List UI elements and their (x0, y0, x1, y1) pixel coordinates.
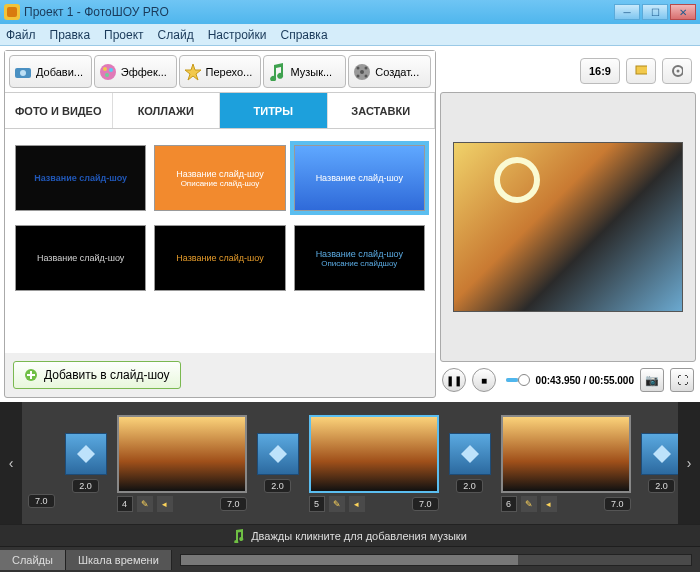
transition-tile[interactable]: 2.0 (641, 433, 678, 493)
transitions-label: Перехо... (206, 66, 253, 78)
slide-tile[interactable]: 6✎◂7.0 (501, 415, 631, 512)
slide-thumbnail (309, 415, 439, 493)
transition-tile[interactable]: 2.0 (65, 433, 107, 493)
safe-zone-button[interactable] (626, 58, 656, 84)
transition-tile[interactable]: 2.0 (449, 433, 491, 493)
add-to-slideshow-button[interactable]: Добавить в слайд-шоу (13, 361, 181, 389)
aspect-ratio-button[interactable]: 16:9 (580, 58, 620, 84)
svg-point-16 (677, 70, 680, 73)
timeline-tab-slides[interactable]: Слайды (0, 550, 66, 570)
svg-marker-18 (269, 445, 287, 463)
title-thumbnail[interactable]: Название слайд-шоуОписание слайдшоу (294, 225, 425, 291)
svg-marker-20 (653, 445, 671, 463)
menu-settings[interactable]: Настройки (208, 28, 267, 42)
slide-tile[interactable]: 5✎◂7.0 (309, 415, 439, 512)
svg-marker-6 (185, 64, 201, 80)
add-button[interactable]: Добави... (9, 55, 92, 88)
transition-preview (65, 433, 107, 475)
tab-photo-video[interactable]: ФОТО И ВИДЕО (5, 93, 113, 128)
preview-viewport[interactable] (440, 92, 696, 362)
music-label: Музык... (290, 66, 332, 78)
preview-highlight (494, 157, 540, 203)
title-thumbnail[interactable]: Название слайд-шоу (294, 145, 425, 211)
seek-slider[interactable] (506, 378, 526, 382)
timeline-scrollbar[interactable] (180, 554, 692, 566)
settings-button[interactable] (662, 58, 692, 84)
svg-rect-14 (636, 66, 647, 74)
camera-icon: 📷 (645, 374, 659, 387)
snapshot-button[interactable]: 📷 (640, 368, 664, 392)
timeline-next[interactable]: › (678, 402, 700, 524)
slide-duration[interactable]: 7.0 (604, 497, 631, 511)
preview-panel: 16:9 ❚❚ ■ 00:43.950 / 00:55.000 📷 ⛶ (440, 50, 696, 398)
title-thumbnail[interactable]: Название слайд-шоу (15, 145, 146, 211)
svg-point-2 (100, 64, 116, 80)
transition-duration[interactable]: 2.0 (456, 479, 483, 493)
tab-collages[interactable]: КОЛЛАЖИ (113, 93, 221, 128)
add-label: Добави... (36, 66, 83, 78)
slide-menu-button[interactable]: ◂ (157, 496, 173, 512)
stop-button[interactable]: ■ (472, 368, 496, 392)
transition-duration[interactable]: 2.0 (264, 479, 291, 493)
minimize-button[interactable]: ─ (614, 4, 640, 20)
menu-file[interactable]: Файл (6, 28, 36, 42)
add-to-slideshow-label: Добавить в слайд-шоу (44, 368, 170, 382)
maximize-button[interactable]: ☐ (642, 4, 668, 20)
effects-button[interactable]: Эффек... (94, 55, 177, 88)
menu-project[interactable]: Проект (104, 28, 144, 42)
music-hint: Дважды кликните для добавления музыки (251, 530, 467, 542)
transition-duration[interactable]: 2.0 (72, 479, 99, 493)
transition-duration[interactable]: 2.0 (648, 479, 675, 493)
title-thumbnail[interactable]: Название слайд-шоуОписание слайд-шоу (154, 145, 285, 211)
transition-preview (257, 433, 299, 475)
close-button[interactable]: ✕ (670, 4, 696, 20)
transition-preview (641, 433, 678, 475)
camera-icon (13, 62, 33, 82)
slide-menu-button[interactable]: ◂ (349, 496, 365, 512)
gear-icon (671, 64, 683, 78)
slide-number: 6 (501, 496, 517, 512)
slide-duration[interactable]: 7.0 (28, 494, 55, 508)
app-icon (4, 4, 20, 20)
music-icon (267, 62, 287, 82)
svg-point-10 (365, 66, 368, 69)
edit-slide-button[interactable]: ✎ (521, 496, 537, 512)
timeline-tab-scale[interactable]: Шкала времени (66, 550, 172, 570)
transition-tile[interactable]: 2.0 (257, 433, 299, 493)
menu-slide[interactable]: Слайд (158, 28, 194, 42)
title-thumbnail[interactable]: Название слайд-шоу (154, 225, 285, 291)
edit-slide-button[interactable]: ✎ (329, 496, 345, 512)
create-label: Создат... (375, 66, 419, 78)
tab-titles[interactable]: ТИТРЫ (220, 93, 328, 128)
music-button[interactable]: Музык... (263, 55, 346, 88)
seek-handle[interactable] (518, 374, 530, 386)
timeline-prev[interactable]: ‹ (0, 402, 22, 524)
content-panel: Добави... Эффек... Перехо... Музык... Со… (4, 50, 436, 398)
preview-frame (453, 142, 683, 312)
svg-point-9 (357, 66, 360, 69)
menu-edit[interactable]: Правка (50, 28, 91, 42)
plus-icon (24, 368, 38, 382)
title-thumbnail[interactable]: Название слайд-шоу (15, 225, 146, 291)
slide-strip: 7.02.04✎◂7.02.05✎◂7.02.06✎◂7.02.0 (22, 411, 678, 516)
slide-duration[interactable]: 7.0 (412, 497, 439, 511)
create-button[interactable]: Создат... (348, 55, 431, 88)
svg-marker-19 (461, 445, 479, 463)
svg-point-8 (360, 70, 364, 74)
tab-splash[interactable]: ЗАСТАВКИ (328, 93, 436, 128)
slide-menu-button[interactable]: ◂ (541, 496, 557, 512)
menu-help[interactable]: Справка (280, 28, 327, 42)
slide-duration[interactable]: 7.0 (220, 497, 247, 511)
fullscreen-button[interactable]: ⛶ (670, 368, 694, 392)
edit-slide-button[interactable]: ✎ (137, 496, 153, 512)
music-track[interactable]: Дважды кликните для добавления музыки (0, 524, 700, 546)
transitions-button[interactable]: Перехо... (179, 55, 262, 88)
fullscreen-icon: ⛶ (677, 374, 688, 386)
slide-thumbnail (501, 415, 631, 493)
slide-tile[interactable]: 4✎◂7.0 (117, 415, 247, 512)
titlebar: Проект 1 - ФотоШОУ PRO ─ ☐ ✕ (0, 0, 700, 24)
pause-button[interactable]: ❚❚ (442, 368, 466, 392)
svg-point-4 (109, 68, 113, 72)
title-gallery: Название слайд-шоуНазвание слайд-шоуОпис… (5, 129, 435, 353)
category-tabs: ФОТО И ВИДЕО КОЛЛАЖИ ТИТРЫ ЗАСТАВКИ (5, 93, 435, 129)
